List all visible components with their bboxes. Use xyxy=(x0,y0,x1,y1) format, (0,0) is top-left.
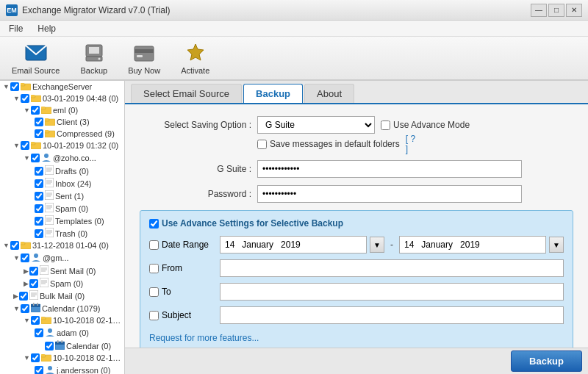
expand-icon[interactable]: ▼ xyxy=(24,107,30,114)
expand-icon[interactable]: ▼ xyxy=(13,305,20,312)
expand-icon[interactable]: ▼ xyxy=(13,95,20,102)
buynow-label: Buy Now xyxy=(128,66,160,75)
tree-item[interactable]: ▼03-01-2019 04:48 (0) xyxy=(0,93,124,104)
tree-checkbox[interactable] xyxy=(21,141,29,150)
tab-select-email-source[interactable]: Select Email Source xyxy=(131,84,242,103)
tree-item[interactable]: Inbox (24) xyxy=(0,177,124,190)
advanced-checkbox[interactable] xyxy=(149,219,159,229)
email-source-button[interactable]: Email Source xyxy=(6,38,65,78)
tree-item[interactable]: ▼31-12-2018 01-04 (0) xyxy=(0,240,124,251)
tree-checkbox[interactable] xyxy=(19,292,28,301)
tree-label: Bulk Mail (0) xyxy=(40,292,85,301)
tree-checkbox[interactable] xyxy=(35,118,43,126)
subject-input[interactable] xyxy=(220,306,564,324)
tree-item[interactable]: Trash (0) xyxy=(0,227,124,240)
date-from-input[interactable] xyxy=(220,236,367,253)
tree-item[interactable]: ▼@gm... xyxy=(0,251,124,265)
tree-item[interactable]: Calendar (0) xyxy=(0,339,124,352)
tree-checkbox[interactable] xyxy=(35,217,43,226)
tree-item[interactable]: ▼10-10-2018 02-19 (0) xyxy=(0,352,124,364)
to-checkbox[interactable] xyxy=(149,287,159,297)
tree-folder-icon xyxy=(31,252,41,264)
tree-checkbox[interactable] xyxy=(31,316,40,325)
tree-item[interactable]: ▼Calendar (1079) xyxy=(0,302,124,314)
tree-checkbox[interactable] xyxy=(10,241,19,250)
expand-icon[interactable]: ▶ xyxy=(24,280,29,287)
expand-icon[interactable]: ▼ xyxy=(24,317,30,324)
tree-item[interactable]: ▼@zoho.co... xyxy=(0,151,124,165)
minimize-button[interactable]: — xyxy=(531,4,547,17)
expand-icon[interactable]: ▼ xyxy=(13,142,20,149)
maximize-button[interactable]: □ xyxy=(548,4,564,17)
tree-checkbox[interactable] xyxy=(21,94,29,103)
buynow-button[interactable]: Buy Now xyxy=(122,38,166,78)
tree-item[interactable]: ▼eml (0) xyxy=(0,104,124,116)
tree-checkbox[interactable] xyxy=(31,353,40,362)
tree-item[interactable]: Spam (0) xyxy=(0,202,124,215)
expand-icon[interactable]: ▶ xyxy=(24,267,29,275)
tree-item[interactable]: Client (3) xyxy=(0,116,124,128)
subject-checkbox[interactable] xyxy=(149,311,159,320)
help-badge[interactable]: [ ? ] xyxy=(406,138,419,150)
tree-folder-icon xyxy=(45,327,55,339)
saving-option-select[interactable]: G Suite Exchange Office 365 PST MBOX xyxy=(257,116,375,134)
menu-file[interactable]: File xyxy=(3,22,29,35)
menu-help[interactable]: Help xyxy=(32,22,62,35)
tree-item[interactable]: ▼ExchangeServer xyxy=(0,81,124,93)
tree-checkbox[interactable] xyxy=(45,342,54,350)
tree-checkbox[interactable] xyxy=(35,328,43,337)
tree-checkbox[interactable] xyxy=(35,204,43,213)
tab-backup[interactable]: Backup xyxy=(243,84,303,103)
tree-item[interactable]: Sent (1) xyxy=(0,190,124,202)
expand-icon[interactable]: ▼ xyxy=(24,354,30,362)
tree-item[interactable]: Templates (0) xyxy=(0,215,124,227)
tree-checkbox[interactable] xyxy=(31,106,40,115)
tree-checkbox[interactable] xyxy=(29,279,38,288)
date-to-input[interactable] xyxy=(399,236,546,253)
tree-item[interactable]: j.andersson (0) xyxy=(0,364,124,374)
tree-checkbox[interactable] xyxy=(35,179,43,188)
tree-checkbox[interactable] xyxy=(35,229,43,238)
tab-about[interactable]: About xyxy=(304,84,354,103)
tree-folder-icon xyxy=(55,340,65,351)
to-input[interactable] xyxy=(220,283,564,301)
from-checkbox[interactable] xyxy=(149,264,159,273)
tree-item[interactable]: Compressed (9) xyxy=(0,128,124,140)
date-from-picker[interactable]: ▼ xyxy=(370,237,384,253)
backup-toolbar-button[interactable]: Backup xyxy=(74,38,113,78)
expand-icon[interactable]: ▼ xyxy=(3,242,10,249)
tree-checkbox[interactable] xyxy=(10,82,19,91)
password-input[interactable] xyxy=(257,185,522,203)
activate-button[interactable]: Activate xyxy=(175,38,215,78)
expand-icon[interactable]: ▼ xyxy=(24,154,30,162)
expand-icon[interactable]: ▶ xyxy=(13,292,18,300)
tree-checkbox[interactable] xyxy=(21,253,29,262)
tree-checkbox[interactable] xyxy=(35,129,43,138)
tree-checkbox[interactable] xyxy=(35,167,43,176)
tree-item[interactable]: ▶Bulk Mail (0) xyxy=(0,290,124,302)
save-messages-checkbox[interactable] xyxy=(257,140,267,149)
date-to-picker[interactable]: ▼ xyxy=(549,237,564,253)
expand-icon[interactable]: ▼ xyxy=(13,254,20,262)
expand-icon[interactable]: ▼ xyxy=(3,83,10,90)
tree-checkbox[interactable] xyxy=(31,154,40,162)
window-title: Exchange Migrator Wizard v7.0 (Trial) xyxy=(22,5,171,15)
tree-item[interactable]: ▼10-10-2018 02-16 (0) xyxy=(0,314,124,326)
date-range-checkbox[interactable] xyxy=(149,240,159,250)
tree-item[interactable]: adam (0) xyxy=(0,326,124,339)
request-link[interactable]: Request for more features... xyxy=(149,333,259,343)
close-button[interactable]: ✕ xyxy=(566,4,582,17)
tree-checkbox[interactable] xyxy=(21,304,29,313)
tree-item[interactable]: ▶Sent Mail (0) xyxy=(0,265,124,277)
tree-item[interactable]: Drafts (0) xyxy=(0,165,124,177)
tree-item[interactable]: ▼10-01-2019 01:32 (0) xyxy=(0,140,124,151)
tree-checkbox[interactable] xyxy=(29,267,38,276)
tree-checkbox[interactable] xyxy=(35,366,43,374)
tree-folder-icon xyxy=(40,265,49,276)
from-input[interactable] xyxy=(220,259,564,277)
gsuite-input[interactable] xyxy=(257,160,522,178)
tree-item[interactable]: ▶Spam (0) xyxy=(0,277,124,290)
tree-checkbox[interactable] xyxy=(35,192,43,201)
backup-button[interactable]: Backup xyxy=(511,350,582,372)
use-advance-mode-checkbox[interactable] xyxy=(381,121,390,130)
